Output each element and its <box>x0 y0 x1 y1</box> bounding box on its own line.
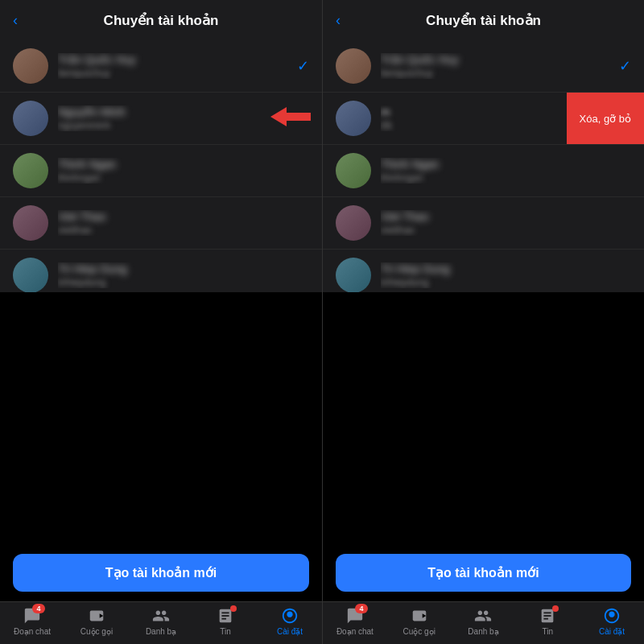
right-account-list: Trần Quốc Huy tienquochuy ✓ m đã Xóa, gỡ… <box>323 40 644 292</box>
create-account-button[interactable]: Tạo tài khoản mới <box>336 554 631 592</box>
account-sub: trihiepdung <box>381 277 631 288</box>
account-name: Trần Quốc Huy <box>381 53 613 66</box>
list-item[interactable]: Tri Hiep Dung trihiepdung <box>0 250 322 292</box>
left-tab-bar: 4 Đoạn chat Cuộc gọi Danh bạ <box>0 601 322 644</box>
call-icon <box>85 607 108 625</box>
red-arrow-icon <box>270 105 311 131</box>
account-info: Tri Hiep Dung trihiepdung <box>58 262 309 288</box>
account-info: Viet Thao vietthao <box>58 210 309 236</box>
list-item[interactable]: Nguyễn Minh nguyenminh <box>0 93 322 145</box>
left-back-button[interactable]: ‹ <box>13 12 18 29</box>
svg-rect-12 <box>544 618 549 620</box>
avatar <box>336 101 371 136</box>
news-icon <box>536 607 559 625</box>
right-panel: ‹ Chuyển tài khoản Trần Quốc Huy tienquo… <box>322 0 644 644</box>
account-sub: tienquochuy <box>381 68 613 79</box>
tab-caidat-label: Cài đặt <box>277 627 303 636</box>
svg-rect-11 <box>544 615 551 617</box>
tab-caidat[interactable]: Cài đặt <box>580 607 644 636</box>
tab-doanchat[interactable]: 4 Đoạn chat <box>0 607 64 636</box>
left-panel: ‹ Chuyển tài khoản Trần Quốc Huy tienquo… <box>0 0 322 644</box>
left-header: ‹ Chuyển tài khoản <box>0 0 322 40</box>
contacts-icon <box>472 607 494 625</box>
account-info: Viet Thao vietthao <box>381 210 631 236</box>
avatar <box>13 258 48 292</box>
tab-tin-label: Tin <box>543 627 554 636</box>
svg-rect-10 <box>544 612 551 613</box>
right-tab-bar: 4 Đoạn chat Cuộc gọi Danh bạ <box>323 601 644 644</box>
check-icon: ✓ <box>619 57 631 75</box>
tab-tin-label: Tin <box>220 627 231 636</box>
avatar <box>13 205 48 241</box>
list-item[interactable]: m đã Xóa, gỡ bỏ <box>323 93 644 145</box>
spacer <box>0 292 322 544</box>
tab-cuocgoi-label: Cuộc gọi <box>80 627 113 636</box>
account-sub: trihiepdung <box>58 277 309 288</box>
chat-badge: 4 <box>355 604 368 613</box>
left-title: Chuyển tài khoản <box>104 12 219 29</box>
account-name: Thinh Ngan <box>58 158 309 171</box>
list-item[interactable]: Viet Thao vietthao <box>0 197 322 250</box>
contacts-icon <box>150 607 172 625</box>
svg-marker-0 <box>270 107 311 126</box>
tin-badge <box>230 605 237 612</box>
right-back-button[interactable]: ‹ <box>336 12 341 29</box>
news-icon <box>214 607 237 625</box>
account-sub: vietthao <box>381 225 631 236</box>
tab-cuocgoi[interactable]: Cuộc gọi <box>64 607 129 636</box>
chat-icon: 4 <box>344 607 366 625</box>
tab-doanchat[interactable]: 4 Đoạn chat <box>323 607 387 636</box>
svg-rect-6 <box>221 618 226 620</box>
list-item[interactable]: Thinh Ngan thinhngan <box>0 145 322 197</box>
tab-cuocgoi[interactable]: Cuộc gọi <box>387 607 452 636</box>
tab-caidat-label: Cài đặt <box>599 627 625 636</box>
create-account-button[interactable]: Tạo tài khoản mới <box>13 554 309 592</box>
account-sub: tienquochuy <box>58 68 291 79</box>
tab-tin[interactable]: Tin <box>515 607 580 636</box>
avatar <box>13 101 48 136</box>
account-info: Tri Hiep Dung trihiepdung <box>381 262 631 288</box>
list-item[interactable]: Trần Quốc Huy tienquochuy ✓ <box>0 40 322 93</box>
account-info: Trần Quốc Huy tienquochuy <box>381 53 613 79</box>
avatar <box>336 153 371 188</box>
delete-button[interactable]: Xóa, gỡ bỏ <box>567 93 644 144</box>
right-header: ‹ Chuyển tài khoản <box>323 0 644 40</box>
list-item[interactable]: Tri Hiep Dung trihiepdung <box>323 250 644 292</box>
call-icon <box>408 607 431 625</box>
tab-doanchat-label: Đoạn chat <box>336 627 374 636</box>
settings-icon <box>601 607 623 625</box>
account-name: Thinh Ngan <box>381 158 631 171</box>
account-info: Thinh Ngan thinhngan <box>381 158 631 184</box>
tab-danhba-label: Danh bạ <box>468 627 498 636</box>
tab-danhba[interactable]: Danh bạ <box>452 607 516 636</box>
avatar <box>13 153 48 188</box>
account-name: Trần Quốc Huy <box>58 53 291 66</box>
tab-danhba[interactable]: Danh bạ <box>129 607 193 636</box>
chat-badge: 4 <box>32 604 45 613</box>
avatar <box>336 258 371 292</box>
settings-icon <box>279 607 301 625</box>
account-info: Thinh Ngan thinhngan <box>58 158 309 184</box>
list-item[interactable]: Thinh Ngan thinhngan <box>323 145 644 197</box>
account-name: Viet Thao <box>58 210 309 223</box>
account-name: Viet Thao <box>381 210 631 223</box>
chat-icon: 4 <box>21 607 43 625</box>
svg-rect-4 <box>221 612 229 613</box>
tab-caidat[interactable]: Cài đặt <box>258 607 322 636</box>
avatar <box>13 48 48 84</box>
check-icon: ✓ <box>297 57 309 75</box>
avatar <box>336 48 371 84</box>
list-item[interactable]: Viet Thao vietthao <box>323 197 644 250</box>
account-name: Tri Hiep Dung <box>58 262 309 275</box>
account-sub: thinhngan <box>381 172 631 184</box>
account-name: Tri Hiep Dung <box>381 262 631 275</box>
account-sub: thinhngan <box>58 172 309 184</box>
tab-tin[interactable]: Tin <box>193 607 258 636</box>
tin-badge <box>552 605 559 612</box>
right-title: Chuyển tài khoản <box>426 12 541 29</box>
account-sub: vietthao <box>58 225 309 236</box>
spacer <box>323 292 644 544</box>
tab-danhba-label: Danh bạ <box>146 627 176 636</box>
list-item[interactable]: Trần Quốc Huy tienquochuy ✓ <box>323 40 644 93</box>
tab-doanchat-label: Đoạn chat <box>14 627 51 636</box>
